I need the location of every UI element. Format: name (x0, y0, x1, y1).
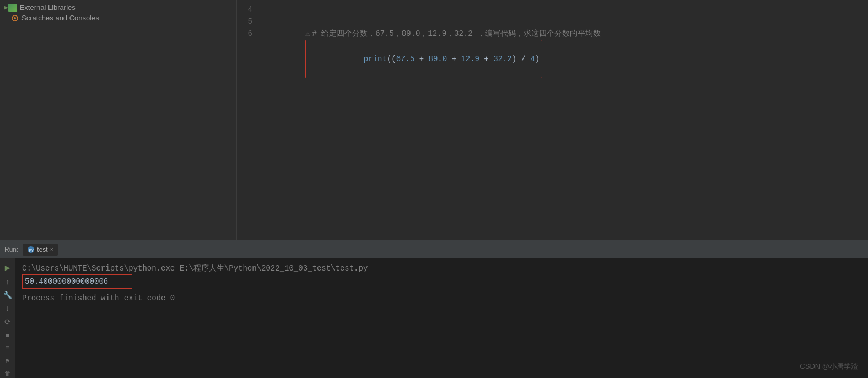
code-line-5: ⚠# 给定四个分数，67.5，89.0，12.9，32.2 ，编写代码，求这四个… (259, 15, 868, 28)
scratches-icon (11, 14, 19, 22)
line-num-5: 5 (237, 15, 252, 28)
chevron-right-icon: ▶ (4, 4, 8, 11)
line-numbers: 4 5 6 (237, 2, 259, 238)
rerun-button[interactable]: ⟳ (2, 317, 13, 327)
svg-text:py: py (29, 248, 34, 252)
python-icon: py (27, 246, 35, 253)
watermark: CSDN @小唐学渣 (800, 361, 858, 371)
comment-text: # 给定四个分数，67.5，89.0，12.9，32.2 ，编写代码，求这四个分… (312, 29, 601, 38)
run-toolbar: ▶ ↑ 🔧 ↓ ⟳ ■ ≡ ⚑ 🗑 (0, 258, 15, 378)
line-num-4: 4 (237, 3, 252, 15)
sidebar-item-external-libraries[interactable]: ▶ External Libraries (0, 2, 236, 13)
run-label: Run: (4, 246, 18, 253)
svg-point-1 (14, 17, 16, 19)
run-output: C:\Users\HUNTE\Scripts\python.exe E:\程序人… (15, 258, 868, 378)
line-num-6: 6 (237, 28, 252, 40)
output-result: 50.400000000000006 (22, 274, 132, 289)
process-finished: Process finished with exit code 0 (22, 292, 861, 304)
run-tab-close-icon[interactable]: × (50, 247, 53, 253)
cmd-line: C:\Users\HUNTE\Scripts\python.exe E:\程序人… (22, 262, 861, 274)
play-button[interactable]: ▶ (2, 262, 13, 273)
watermark-text: CSDN @小唐学渣 (800, 362, 858, 370)
sidebar: ▶ External Libraries Scratches and Conso… (0, 0, 237, 240)
print-keyword: print (364, 55, 387, 63)
editor-area: 4 5 6 ⚠# 给定四个分数，67.5，89.0，12.9，32.2 ，编写代… (237, 0, 868, 240)
code-content[interactable]: ⚠# 给定四个分数，67.5，89.0，12.9，32.2 ，编写代码，求这四个… (259, 2, 868, 238)
sidebar-item-scratches[interactable]: Scratches and Consoles (0, 13, 236, 23)
run-panel: Run: py test × ▶ ↑ 🔧 ↓ ⟳ ■ ≡ ⚑ 🗑 C:\User… (0, 240, 868, 378)
code-line-4 (259, 3, 868, 15)
code-highlighted-block: print((67.5 + 89.0 + 12.9 + 32.2) / 4) (305, 40, 542, 78)
scroll-up-button[interactable]: ↑ (2, 278, 13, 287)
stop-button[interactable]: ■ (2, 331, 13, 339)
trash-button[interactable]: 🗑 (2, 370, 13, 378)
wrench-button[interactable]: 🔧 (2, 291, 13, 300)
print-button[interactable]: ≡ (2, 344, 13, 352)
pin-button[interactable]: ⚑ (2, 357, 13, 365)
run-panel-body: ▶ ↑ 🔧 ↓ ⟳ ■ ≡ ⚑ 🗑 C:\Users\HUNTE\Scripts… (0, 258, 868, 378)
code-editor[interactable]: 4 5 6 ⚠# 给定四个分数，67.5，89.0，12.9，32.2 ，编写代… (237, 0, 868, 240)
scratches-label: Scratches and Consoles (21, 14, 99, 22)
run-panel-header: Run: py test × (0, 241, 868, 258)
run-tab[interactable]: py test × (23, 244, 57, 256)
run-tab-label: test (37, 246, 47, 253)
scroll-down-button[interactable]: ↓ (2, 304, 13, 313)
external-libraries-label: External Libraries (20, 3, 76, 12)
library-icon (8, 4, 17, 12)
